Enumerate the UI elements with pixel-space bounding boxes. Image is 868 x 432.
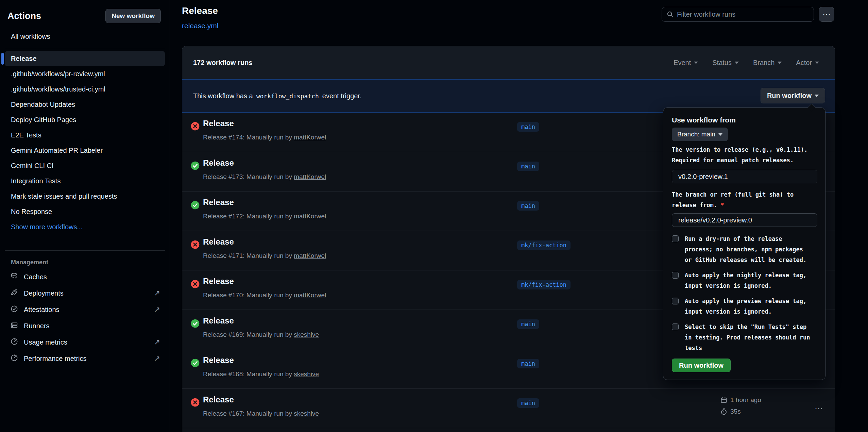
sidebar-item-label: Deploy GitHub Pages [11, 116, 76, 124]
sidebar-item-caches[interactable]: Caches [0, 269, 170, 285]
sidebar-item-workflow[interactable]: Deploy GitHub Pages [5, 112, 165, 128]
run-workflow-dropdown-button[interactable]: Run workflow [761, 88, 825, 103]
chevron-down-icon [815, 95, 819, 97]
new-workflow-button[interactable]: New workflow [105, 9, 161, 23]
actor-link[interactable]: mattKorwel [294, 173, 326, 180]
branch-badge[interactable]: main [517, 162, 539, 171]
filter-dropdown-label: Status [712, 59, 732, 67]
run-description: Release #174: Manually run by mattKorwel [203, 134, 326, 141]
sidebar-item-runners[interactable]: Runners [0, 318, 170, 334]
actor-link[interactable]: mattKorwel [294, 134, 326, 141]
sidebar-item-workflow[interactable]: Mark stale issues and pull requests [5, 189, 165, 204]
run-title-link[interactable]: Release [203, 316, 234, 326]
external-link-icon: ↗ [154, 338, 160, 347]
sidebar-item-workflow[interactable]: .github/workflows/trusted-ci.yml [5, 82, 165, 97]
filter-dropdown[interactable]: Event [674, 59, 698, 67]
workflow-options-button[interactable]: ⋯ [819, 7, 834, 22]
run-description: Release #169: Manually run by skeshive [203, 331, 319, 338]
branch-badge[interactable]: main [517, 122, 539, 132]
chevron-down-icon [815, 62, 819, 64]
filter-dropdown[interactable]: Status [712, 59, 739, 67]
filter-dropdown[interactable]: Branch [753, 59, 782, 67]
popover-checkbox-list: Run a dry-run of the release process; no… [672, 234, 817, 353]
sidebar-item-label: Dependabot Updates [11, 101, 75, 109]
actor-link[interactable]: skeshive [294, 410, 319, 417]
actor-link[interactable]: mattKorwel [294, 252, 326, 259]
run-title-link[interactable]: Release [203, 198, 234, 207]
sidebar-item-workflow[interactable]: E2E Tests [5, 128, 165, 143]
status-success-icon [191, 359, 200, 367]
management-item-label: Caches [24, 273, 47, 281]
workflow-run-row[interactable]: Release Release #167: Manually run by sk… [182, 389, 835, 428]
run-options-button[interactable]: ⋯ [811, 402, 826, 415]
branch-badge[interactable]: mk/fix-action [517, 280, 571, 289]
run-workflow-submit-button[interactable]: Run workflow [672, 359, 731, 372]
sidebar-item-performance-metrics[interactable]: Performance metrics ↗ [0, 350, 170, 367]
branch-badge[interactable]: main [517, 359, 539, 368]
run-title-link[interactable]: Release [203, 395, 234, 404]
sidebar-item-workflow[interactable]: Release [5, 51, 165, 66]
branch-badge[interactable]: main [517, 201, 539, 211]
branch-badge[interactable]: main [517, 319, 539, 329]
sidebar-item-deployments[interactable]: Deployments ↗ [0, 285, 170, 301]
checkbox[interactable] [672, 272, 679, 279]
ref-input[interactable] [672, 213, 817, 227]
stopwatch-icon [720, 408, 727, 415]
filter-dropdown-label: Event [674, 59, 691, 67]
version-input[interactable] [672, 170, 817, 183]
actor-link[interactable]: mattKorwel [294, 292, 326, 299]
sidebar-item-workflow[interactable]: Gemini Automated PR Labeler [5, 143, 165, 158]
checkbox[interactable] [672, 323, 679, 330]
actor-link[interactable]: skeshive [294, 331, 319, 338]
show-more-workflows-link[interactable]: Show more workflows... [11, 219, 83, 235]
sidebar-item-label: No Response [11, 208, 52, 216]
status-failure-icon [191, 280, 200, 288]
status-failure-icon [191, 122, 200, 131]
checkbox[interactable] [672, 235, 679, 242]
checkbox-label: Auto apply the nightly release tag, inpu… [685, 270, 806, 291]
sidebar-item-usage-metrics[interactable]: Usage metrics ↗ [0, 334, 170, 350]
branch-selector-button[interactable]: Branch: main [672, 128, 728, 141]
sidebar-header: Actions New workflow [0, 0, 170, 23]
sidebar-item-label: Gemini CLI CI [11, 162, 54, 170]
filter-workflow-runs-input[interactable] [677, 11, 809, 18]
workflow-nav-list: Release .github/workflows/pr-review.yml … [0, 48, 170, 219]
sidebar-item-label: E2E Tests [11, 131, 41, 139]
run-title-link[interactable]: Release [203, 277, 234, 286]
filter-workflow-runs-field[interactable] [662, 7, 814, 22]
branch-badge[interactable]: mk/fix-action [517, 240, 571, 250]
checkbox-label: Select to skip the "Run Tests" step in t… [685, 322, 810, 353]
management-item-label: Attestations [24, 306, 59, 314]
checkbox[interactable] [672, 298, 679, 304]
calendar-icon [720, 397, 727, 403]
branch-badge[interactable]: main [517, 398, 539, 408]
banner-text: event trigger. [322, 92, 362, 100]
run-title-link[interactable]: Release [203, 158, 234, 168]
runs-list-header: 172 workflow runs Event Status Branch [182, 46, 835, 79]
required-asterisk: * [720, 202, 724, 209]
sidebar-item-workflow[interactable]: .github/workflows/pr-review.yml [5, 66, 165, 82]
chevron-down-icon [718, 133, 722, 136]
meter-icon [11, 338, 18, 347]
filter-dropdown[interactable]: Actor [796, 59, 819, 67]
workflow-option-row: Auto apply the nightly release tag, inpu… [672, 270, 817, 291]
external-link-icon: ↗ [154, 354, 160, 363]
kebab-icon: ⋯ [815, 404, 823, 413]
banner-text: This workflow has a [193, 92, 253, 100]
actions-title: Actions [7, 11, 41, 21]
run-title-link[interactable]: Release [203, 355, 234, 365]
sidebar-item-workflow[interactable]: Dependabot Updates [5, 97, 165, 112]
status-failure-icon [191, 240, 200, 249]
sidebar-item-workflow[interactable]: Integration Tests [5, 173, 165, 189]
sidebar-item-attestations[interactable]: Attestations ↗ [0, 301, 170, 318]
actor-link[interactable]: skeshive [294, 370, 319, 378]
sidebar-item-workflow[interactable]: Gemini CLI CI [5, 158, 165, 173]
actor-link[interactable]: mattKorwel [294, 213, 326, 220]
ref-input-description: The branch or ref (full git sha) to rele… [672, 189, 794, 211]
sidebar-item-all-workflows[interactable]: All workflows [11, 33, 50, 40]
run-title-link[interactable]: Release [203, 237, 234, 247]
run-title-link[interactable]: Release [203, 119, 234, 128]
sidebar-item-workflow[interactable]: No Response [5, 204, 165, 219]
run-workflow-popover: Use workflow from Branch: main The versi… [663, 107, 826, 380]
workflow-file-link[interactable]: release.yml [182, 22, 218, 30]
